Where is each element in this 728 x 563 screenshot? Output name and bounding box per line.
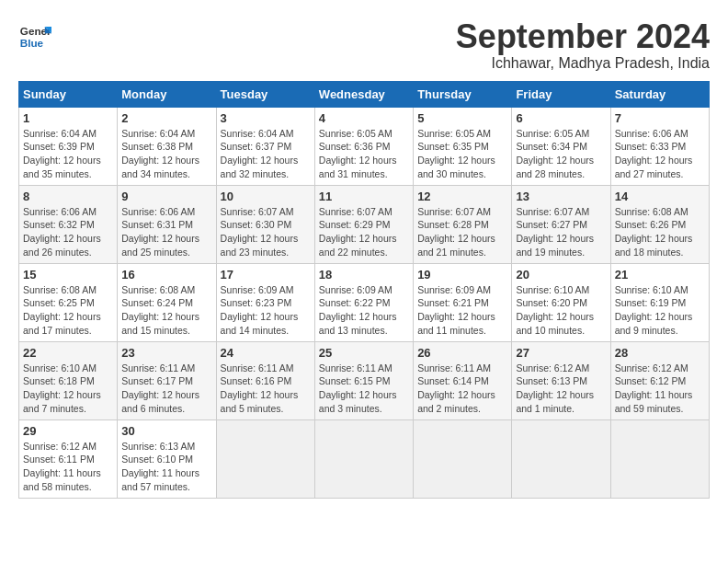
calendar-cell	[216, 419, 314, 498]
logo-icon: General Blue	[18, 18, 51, 52]
calendar-cell: 10Sunrise: 6:07 AM Sunset: 6:30 PM Dayli…	[216, 185, 314, 263]
day-number: 18	[319, 268, 409, 282]
week-row-2: 8Sunrise: 6:06 AM Sunset: 6:32 PM Daylig…	[19, 185, 710, 263]
day-number: 27	[516, 346, 606, 360]
day-info: Sunrise: 6:06 AM Sunset: 6:33 PM Dayligh…	[615, 127, 705, 181]
calendar-header: SundayMondayTuesdayWednesdayThursdayFrid…	[19, 81, 710, 107]
week-row-3: 15Sunrise: 6:08 AM Sunset: 6:25 PM Dayli…	[19, 263, 710, 341]
page-header: General Blue September 2024 Ichhawar, Ma…	[18, 18, 710, 72]
day-info: Sunrise: 6:11 AM Sunset: 6:14 PM Dayligh…	[417, 362, 507, 416]
day-info: Sunrise: 6:08 AM Sunset: 6:24 PM Dayligh…	[121, 283, 211, 338]
day-info: Sunrise: 6:09 AM Sunset: 6:21 PM Dayligh…	[417, 283, 507, 338]
day-info: Sunrise: 6:08 AM Sunset: 6:25 PM Dayligh…	[23, 283, 113, 338]
day-info: Sunrise: 6:07 AM Sunset: 6:30 PM Dayligh…	[221, 205, 311, 259]
day-info: Sunrise: 6:05 AM Sunset: 6:34 PM Dayligh…	[516, 127, 606, 181]
calendar-cell: 18Sunrise: 6:09 AM Sunset: 6:22 PM Dayli…	[314, 263, 413, 341]
calendar-cell: 13Sunrise: 6:07 AM Sunset: 6:27 PM Dayli…	[512, 185, 610, 263]
day-number: 12	[417, 190, 507, 203]
calendar-cell: 21Sunrise: 6:10 AM Sunset: 6:19 PM Dayli…	[610, 263, 709, 341]
calendar-cell: 22Sunrise: 6:10 AM Sunset: 6:18 PM Dayli…	[19, 341, 118, 419]
day-number: 29	[23, 424, 113, 438]
day-info: Sunrise: 6:10 AM Sunset: 6:18 PM Dayligh…	[23, 362, 113, 416]
month-title: September 2024	[456, 18, 710, 55]
header-wednesday: Wednesday	[314, 81, 413, 107]
calendar-cell: 26Sunrise: 6:11 AM Sunset: 6:14 PM Dayli…	[414, 341, 512, 419]
day-number: 9	[121, 190, 211, 203]
header-tuesday: Tuesday	[216, 81, 314, 107]
day-number: 13	[516, 190, 606, 203]
day-info: Sunrise: 6:05 AM Sunset: 6:35 PM Dayligh…	[417, 127, 507, 181]
day-info: Sunrise: 6:04 AM Sunset: 6:39 PM Dayligh…	[23, 127, 113, 181]
day-number: 6	[516, 111, 606, 125]
day-info: Sunrise: 6:11 AM Sunset: 6:15 PM Dayligh…	[319, 362, 409, 416]
day-number: 17	[221, 268, 311, 282]
day-number: 11	[319, 190, 409, 203]
calendar-cell: 3Sunrise: 6:04 AM Sunset: 6:37 PM Daylig…	[216, 107, 314, 185]
calendar-body: 1Sunrise: 6:04 AM Sunset: 6:39 PM Daylig…	[19, 107, 710, 498]
day-info: Sunrise: 6:11 AM Sunset: 6:16 PM Dayligh…	[221, 362, 311, 416]
day-number: 14	[615, 190, 705, 203]
calendar-cell: 6Sunrise: 6:05 AM Sunset: 6:34 PM Daylig…	[512, 107, 610, 185]
day-number: 5	[417, 111, 507, 125]
week-row-5: 29Sunrise: 6:12 AM Sunset: 6:11 PM Dayli…	[19, 419, 710, 498]
calendar-cell: 4Sunrise: 6:05 AM Sunset: 6:36 PM Daylig…	[314, 107, 413, 185]
day-number: 8	[23, 190, 113, 203]
day-number: 10	[221, 190, 311, 203]
day-number: 4	[319, 111, 409, 125]
day-number: 22	[23, 346, 113, 360]
day-info: Sunrise: 6:12 AM Sunset: 6:12 PM Dayligh…	[615, 362, 705, 416]
day-info: Sunrise: 6:08 AM Sunset: 6:26 PM Dayligh…	[615, 205, 705, 259]
calendar-cell: 15Sunrise: 6:08 AM Sunset: 6:25 PM Dayli…	[19, 263, 118, 341]
calendar-cell	[314, 419, 413, 498]
day-number: 28	[615, 346, 705, 360]
calendar-cell: 14Sunrise: 6:08 AM Sunset: 6:26 PM Dayli…	[610, 185, 709, 263]
calendar-cell: 11Sunrise: 6:07 AM Sunset: 6:29 PM Dayli…	[314, 185, 413, 263]
calendar-cell: 2Sunrise: 6:04 AM Sunset: 6:38 PM Daylig…	[118, 107, 216, 185]
calendar-cell: 19Sunrise: 6:09 AM Sunset: 6:21 PM Dayli…	[414, 263, 512, 341]
header-monday: Monday	[118, 81, 216, 107]
week-row-1: 1Sunrise: 6:04 AM Sunset: 6:39 PM Daylig…	[19, 107, 710, 185]
calendar-cell: 24Sunrise: 6:11 AM Sunset: 6:16 PM Dayli…	[216, 341, 314, 419]
calendar-cell: 29Sunrise: 6:12 AM Sunset: 6:11 PM Dayli…	[19, 419, 118, 498]
day-number: 7	[615, 111, 705, 125]
day-info: Sunrise: 6:07 AM Sunset: 6:29 PM Dayligh…	[319, 205, 409, 259]
day-info: Sunrise: 6:13 AM Sunset: 6:10 PM Dayligh…	[121, 440, 211, 494]
header-sunday: Sunday	[19, 81, 118, 107]
title-block: September 2024 Ichhawar, Madhya Pradesh,…	[456, 18, 710, 72]
calendar-cell: 27Sunrise: 6:12 AM Sunset: 6:13 PM Dayli…	[512, 341, 610, 419]
day-info: Sunrise: 6:05 AM Sunset: 6:36 PM Dayligh…	[319, 127, 409, 181]
calendar-cell: 25Sunrise: 6:11 AM Sunset: 6:15 PM Dayli…	[314, 341, 413, 419]
day-number: 30	[121, 424, 211, 438]
week-row-4: 22Sunrise: 6:10 AM Sunset: 6:18 PM Dayli…	[19, 341, 710, 419]
day-info: Sunrise: 6:12 AM Sunset: 6:11 PM Dayligh…	[23, 440, 113, 494]
day-number: 24	[221, 346, 311, 360]
day-info: Sunrise: 6:10 AM Sunset: 6:19 PM Dayligh…	[615, 283, 705, 338]
calendar-table: SundayMondayTuesdayWednesdayThursdayFrid…	[18, 81, 710, 499]
day-info: Sunrise: 6:04 AM Sunset: 6:38 PM Dayligh…	[121, 127, 211, 181]
header-friday: Friday	[512, 81, 610, 107]
calendar-cell: 8Sunrise: 6:06 AM Sunset: 6:32 PM Daylig…	[19, 185, 118, 263]
day-info: Sunrise: 6:06 AM Sunset: 6:32 PM Dayligh…	[23, 205, 113, 259]
calendar-cell	[414, 419, 512, 498]
logo: General Blue	[18, 18, 51, 52]
location-subtitle: Ichhawar, Madhya Pradesh, India	[456, 55, 710, 72]
day-number: 23	[121, 346, 211, 360]
day-info: Sunrise: 6:09 AM Sunset: 6:23 PM Dayligh…	[221, 283, 311, 338]
header-thursday: Thursday	[414, 81, 512, 107]
header-row: SundayMondayTuesdayWednesdayThursdayFrid…	[19, 81, 710, 107]
day-number: 19	[417, 268, 507, 282]
day-number: 16	[121, 268, 211, 282]
header-saturday: Saturday	[610, 81, 709, 107]
day-number: 15	[23, 268, 113, 282]
day-number: 3	[221, 111, 311, 125]
calendar-cell: 9Sunrise: 6:06 AM Sunset: 6:31 PM Daylig…	[118, 185, 216, 263]
day-info: Sunrise: 6:06 AM Sunset: 6:31 PM Dayligh…	[121, 205, 211, 259]
calendar-cell	[610, 419, 709, 498]
day-number: 21	[615, 268, 705, 282]
day-info: Sunrise: 6:07 AM Sunset: 6:27 PM Dayligh…	[516, 205, 606, 259]
calendar-cell: 23Sunrise: 6:11 AM Sunset: 6:17 PM Dayli…	[118, 341, 216, 419]
calendar-cell: 7Sunrise: 6:06 AM Sunset: 6:33 PM Daylig…	[610, 107, 709, 185]
day-info: Sunrise: 6:10 AM Sunset: 6:20 PM Dayligh…	[516, 283, 606, 338]
calendar-cell	[512, 419, 610, 498]
calendar-cell: 5Sunrise: 6:05 AM Sunset: 6:35 PM Daylig…	[414, 107, 512, 185]
